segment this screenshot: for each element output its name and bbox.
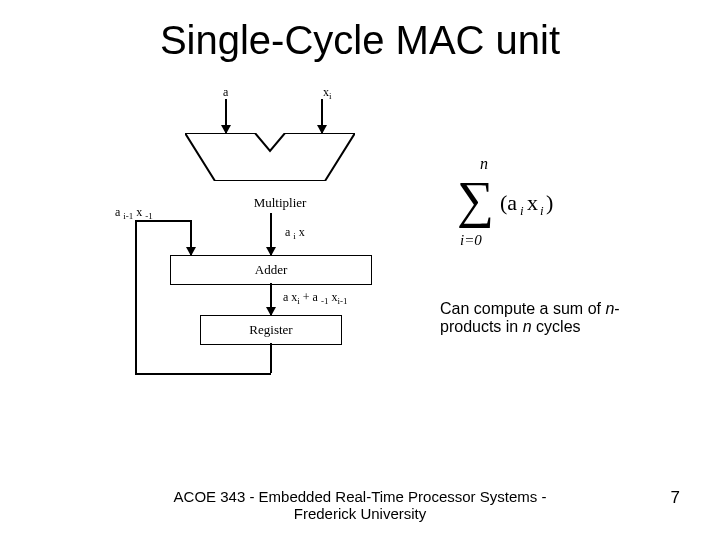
- sigma-body-close: ): [546, 190, 553, 215]
- caption-n1: n: [605, 300, 614, 317]
- sigma-lower: i=0: [460, 232, 482, 248]
- mult-output-label: a i x: [285, 225, 305, 241]
- slide: Single-Cycle MAC unit a xi Multiplier a …: [0, 0, 720, 540]
- svg-marker-0: [185, 133, 355, 181]
- mac-diagram: a xi Multiplier a i x a i-1 x -1 Adder a…: [95, 85, 415, 405]
- feedback-label: a i-1 x -1: [115, 205, 153, 221]
- arrow-a-to-mult: [225, 99, 227, 133]
- feedback-h-top: [135, 220, 190, 222]
- sigma-body-x: x: [527, 190, 538, 215]
- arrow-feedback-into-adder: [190, 220, 192, 255]
- sigma-body-sub1: i: [520, 203, 524, 218]
- arrow-adder-to-register: [270, 283, 272, 315]
- multiplier-label: Multiplier: [215, 193, 345, 213]
- caption-post: cycles: [532, 318, 581, 335]
- sigma-upper: n: [480, 155, 488, 172]
- multiplier-shape: [185, 133, 355, 181]
- caption-pre: Can compute a sum of: [440, 300, 605, 317]
- caption-text: Can compute a sum of n-products in n cyc…: [440, 300, 670, 336]
- sigma-symbol: ∑: [457, 171, 494, 229]
- arrow-mult-to-adder: [270, 213, 272, 255]
- summation-formula: n ∑ i=0 (a i x i ): [452, 155, 612, 254]
- multiplier-block: [185, 133, 355, 181]
- line-register-out: [270, 343, 272, 373]
- page-number: 7: [671, 488, 680, 508]
- register-block: Register: [200, 315, 342, 345]
- feedback-h-bottom: [135, 373, 271, 375]
- arrow-x-to-mult: [321, 99, 323, 133]
- sigma-body-sub2: i: [540, 203, 544, 218]
- footer-content: ACOE 343 - Embedded Real-Time Processor …: [160, 488, 560, 522]
- input-x-sub: i: [329, 91, 332, 101]
- sigma-icon: n ∑ i=0 (a i x i ): [452, 155, 602, 250]
- feedback-v-left: [135, 220, 137, 374]
- adder-output-label: a xi + a -1 xi-1: [283, 290, 347, 306]
- sigma-body: (a: [500, 190, 517, 215]
- slide-title: Single-Cycle MAC unit: [0, 18, 720, 63]
- caption-n2: n: [523, 318, 532, 335]
- input-a-label: a: [223, 85, 228, 100]
- adder-block: Adder: [170, 255, 372, 285]
- footer-text: ACOE 343 - Embedded Real-Time Processor …: [0, 488, 720, 522]
- input-x-label: xi: [323, 85, 332, 101]
